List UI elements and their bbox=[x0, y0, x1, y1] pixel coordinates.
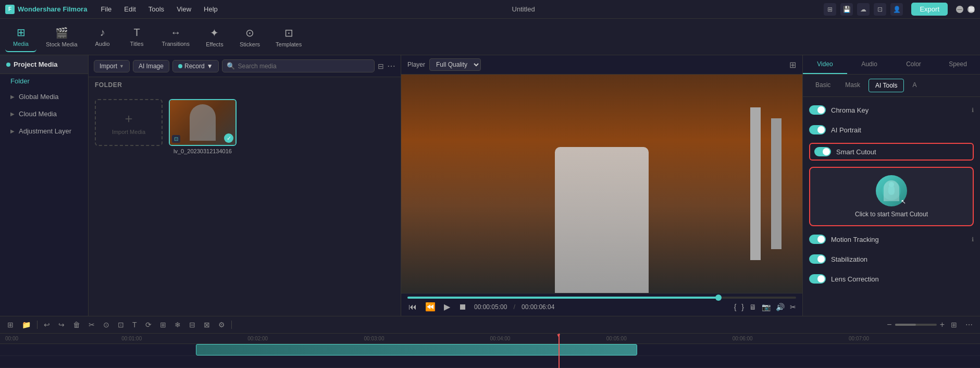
motion-tracking-info-icon[interactable]: ℹ bbox=[972, 236, 974, 243]
toolbar-audio[interactable]: ♪ Audio bbox=[87, 22, 118, 51]
delete-button[interactable]: 🗑 bbox=[71, 320, 82, 330]
quality-select[interactable]: Full Quality bbox=[429, 58, 481, 71]
fullscreen-icon[interactable]: ⊞ bbox=[789, 60, 796, 70]
minimize-button[interactable]: — bbox=[956, 6, 963, 13]
timeline-more-icon[interactable]: ⋯ bbox=[963, 320, 975, 330]
tab-speed[interactable]: Speed bbox=[936, 55, 980, 74]
search-icon: 🔍 bbox=[227, 62, 235, 70]
menu-tools[interactable]: Tools bbox=[143, 3, 169, 15]
smart-cutout-button[interactable]: ↖ Click to start Smart Cutout bbox=[809, 167, 974, 226]
timeline-sep-2 bbox=[231, 321, 232, 329]
zoom-slider[interactable] bbox=[895, 324, 937, 326]
transitions-label: Transitions bbox=[162, 41, 190, 47]
undo-button[interactable]: ↩ bbox=[42, 320, 52, 330]
sidebar-item-folder[interactable]: Folder bbox=[0, 74, 88, 88]
stabilization-toggle[interactable] bbox=[809, 254, 826, 264]
sidebar-item-cloud-media[interactable]: ▶ Cloud Media bbox=[0, 105, 88, 122]
thumbnail-image: ⊡ ✓ bbox=[169, 99, 237, 146]
group-button[interactable]: ⊟ bbox=[187, 320, 197, 330]
chroma-key-toggle[interactable] bbox=[809, 105, 826, 115]
menu-view[interactable]: View bbox=[171, 3, 196, 15]
toolbar-effects[interactable]: ✦ Effects bbox=[199, 22, 230, 52]
timeline-cursor[interactable] bbox=[559, 334, 560, 368]
export-icon[interactable]: ⊞ bbox=[158, 320, 168, 330]
record-button[interactable]: Record ▼ bbox=[172, 60, 219, 72]
camera-icon[interactable]: 📷 bbox=[762, 303, 771, 311]
toolbar-transitions[interactable]: ↔ Transitions bbox=[156, 22, 196, 51]
speed-button[interactable]: ⟳ bbox=[143, 320, 154, 330]
thumbnail-name: lv_0_20230312134016 bbox=[169, 148, 237, 154]
timeline-view-icon[interactable]: ⊞ bbox=[949, 320, 959, 330]
play-button[interactable]: ▶ bbox=[443, 301, 451, 313]
lens-correction-toggle[interactable] bbox=[809, 274, 826, 284]
timeline-folder-icon[interactable]: 📁 bbox=[20, 320, 33, 330]
cursor-icon: ↖ bbox=[901, 198, 906, 205]
subtab-basic[interactable]: Basic bbox=[809, 79, 837, 92]
sidebar-item-global-media[interactable]: ▶ Global Media bbox=[0, 88, 88, 105]
icon-cloud[interactable]: ☁ bbox=[857, 3, 870, 16]
maximize-button[interactable]: ⬜ bbox=[967, 6, 975, 13]
sidebar-item-adjustment-layer[interactable]: ▶ Adjustment Layer bbox=[0, 122, 88, 140]
settings-icon[interactable]: ⚙ bbox=[216, 320, 227, 330]
tab-audio[interactable]: Audio bbox=[847, 55, 891, 74]
import-button[interactable]: Import ▼ bbox=[94, 60, 130, 72]
export-button[interactable]: Export bbox=[911, 3, 948, 16]
menu-edit[interactable]: Edit bbox=[119, 3, 141, 15]
toolbar-stickers[interactable]: ⊙ Stickers bbox=[233, 22, 266, 52]
redo-button[interactable]: ↪ bbox=[56, 320, 67, 330]
menu-file[interactable]: File bbox=[95, 3, 117, 15]
record-dot-icon bbox=[178, 64, 182, 68]
icon-save[interactable]: 💾 bbox=[840, 3, 853, 16]
transform-button[interactable]: ⊠ bbox=[202, 320, 212, 330]
toolbar-templates[interactable]: ⊡ Templates bbox=[269, 22, 308, 52]
timeline-bar[interactable] bbox=[407, 297, 796, 299]
speaker-icon[interactable]: 🔊 bbox=[776, 303, 785, 311]
toolbar-titles[interactable]: T Titles bbox=[121, 22, 153, 51]
icon-grid[interactable]: ⊡ bbox=[874, 3, 886, 16]
motion-tracking-toggle[interactable] bbox=[809, 235, 826, 244]
subtab-mask[interactable]: Mask bbox=[839, 79, 866, 92]
rewind-button[interactable]: ⏮ bbox=[407, 301, 418, 313]
copy-button[interactable]: ⊙ bbox=[101, 320, 111, 330]
thumb-overlay-icon: ⊡ bbox=[172, 135, 180, 143]
tab-color[interactable]: Color bbox=[891, 55, 936, 74]
timeline-grid-icon[interactable]: ⊞ bbox=[5, 320, 16, 330]
text-button[interactable]: T bbox=[130, 320, 139, 330]
ai-image-button[interactable]: AI Image bbox=[133, 60, 169, 72]
toolbar-stock-media[interactable]: 🎬 Stock Media bbox=[40, 22, 84, 52]
menu-help[interactable]: Help bbox=[199, 3, 223, 15]
subtab-ai-tools[interactable]: AI Tools bbox=[869, 79, 904, 92]
smart-cutout-toggle[interactable] bbox=[814, 147, 831, 156]
filter-icon[interactable]: ⊟ bbox=[378, 62, 384, 70]
icon-monitor[interactable]: ⊞ bbox=[824, 3, 836, 16]
crop-button[interactable]: ⊡ bbox=[116, 320, 126, 330]
window-controls: — ⬜ bbox=[956, 6, 975, 13]
import-placeholder[interactable]: ＋ Import Media bbox=[95, 99, 163, 146]
step-back-button[interactable]: ⏪ bbox=[424, 301, 437, 313]
bracket-in-icon[interactable]: { bbox=[734, 303, 737, 311]
search-box[interactable]: 🔍 bbox=[222, 59, 375, 72]
freeze-button[interactable]: ❄ bbox=[172, 320, 183, 330]
scissors-icon[interactable]: ✂ bbox=[790, 303, 796, 311]
preview-video bbox=[401, 75, 802, 293]
toolbar-media[interactable]: ⊞ Media bbox=[5, 22, 36, 52]
timeline-handle[interactable] bbox=[715, 295, 722, 301]
subtab-a[interactable]: A bbox=[906, 79, 923, 92]
bracket-out-icon[interactable]: } bbox=[741, 303, 744, 311]
tab-video[interactable]: Video bbox=[803, 55, 847, 74]
icon-person[interactable]: 👤 bbox=[890, 3, 903, 16]
media-thumbnail[interactable]: ⊡ ✓ lv_0_20230312134016 bbox=[169, 99, 237, 154]
track-clip-1[interactable] bbox=[196, 344, 637, 355]
cut-button[interactable]: ✂ bbox=[86, 320, 97, 330]
media-toolbar: Import ▼ AI Image Record ▼ 🔍 ⊟ ⋯ bbox=[89, 55, 401, 77]
search-input[interactable] bbox=[238, 63, 370, 70]
more-options-icon[interactable]: ⋯ bbox=[387, 61, 395, 71]
zoom-in-button[interactable]: + bbox=[940, 320, 945, 329]
screen-icon[interactable]: 🖥 bbox=[749, 303, 756, 311]
ai-portrait-toggle[interactable] bbox=[809, 125, 826, 134]
titles-label: Titles bbox=[130, 41, 144, 47]
zoom-out-button[interactable]: − bbox=[887, 320, 891, 329]
svg-point-0 bbox=[882, 181, 901, 200]
chroma-key-info-icon[interactable]: ℹ bbox=[972, 107, 974, 114]
stop-button[interactable]: ⏹ bbox=[457, 301, 468, 313]
